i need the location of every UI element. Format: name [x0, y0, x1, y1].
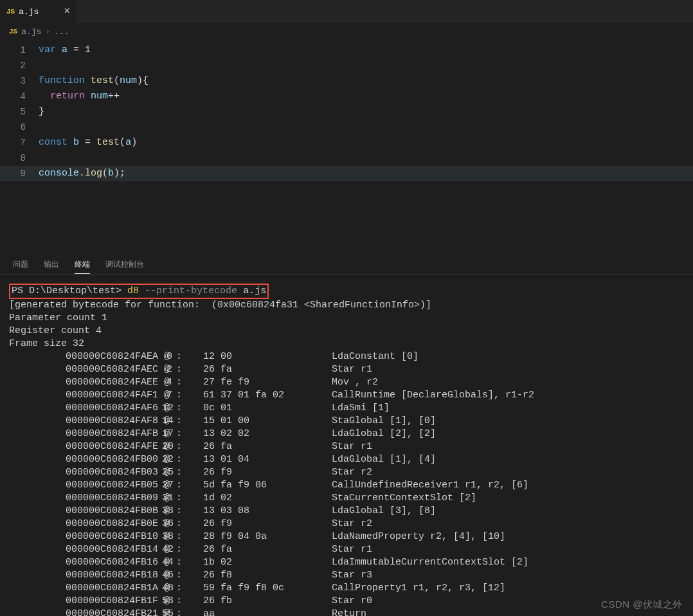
- line-number: 6: [0, 120, 39, 135]
- bytecode-row: 000000C60824FAFB @17: 13 02 02LdaGlobal …: [9, 428, 687, 440]
- bytecode-row: 000000C60824FB1A @48: 59 fa f9 f8 0cCall…: [9, 582, 687, 595]
- line-number: 3: [0, 73, 39, 89]
- js-icon: JS: [9, 28, 17, 35]
- panel-tab-调试控制台[interactable]: 调试控制台: [105, 259, 144, 274]
- line-number: 1: [0, 42, 39, 58]
- code-editor[interactable]: 1var a = 123function test(num){4 return …: [0, 40, 693, 184]
- line-number: 5: [0, 104, 39, 120]
- bytecode-row: 000000C60824FAF1 @7: 61 37 01 fa 02CallR…: [9, 389, 687, 402]
- code-line[interactable]: 8: [0, 150, 693, 166]
- code-line[interactable]: 1var a = 1: [0, 42, 693, 58]
- bottom-panel: 问题输出终端调试控制台 PS D:\Desktop\test> d8 --pri…: [0, 254, 693, 616]
- terminal-output[interactable]: PS D:\Desktop\test> d8 --print-bytecode …: [0, 275, 693, 616]
- code-line[interactable]: 3function test(num){: [0, 73, 693, 89]
- code-line[interactable]: 2: [0, 58, 693, 73]
- watermark: CSDN @伏城之外: [601, 599, 683, 611]
- chevron-right-icon: ›: [45, 27, 50, 37]
- bytecode-row: 000000C60824FB10 @38: 28 f9 04 0aLdaName…: [9, 530, 687, 543]
- bytecode-row: 000000C60824FAF8 @14: 15 01 00StaGlobal …: [9, 415, 687, 428]
- line-number: 8: [0, 150, 39, 166]
- code-line[interactable]: 6: [0, 120, 693, 135]
- code-content[interactable]: function test(num){: [39, 73, 148, 89]
- bytecode-row: 000000C60824FAEE @4: 27 fe f9Mov , r2: [9, 376, 687, 389]
- code-line[interactable]: 9console.log(b);: [0, 166, 693, 181]
- bytecode-row: 000000C60824FB1F @53: 26 fbStar r0: [9, 595, 687, 608]
- code-line[interactable]: 4 return num++: [0, 89, 693, 104]
- tab-label: a.js: [19, 7, 39, 17]
- code-content[interactable]: console.log(b);: [39, 166, 125, 181]
- terminal-line: [generated bytecode for function: (0x00c…: [9, 299, 687, 312]
- terminal-line: Frame size 32: [9, 338, 687, 350]
- code-content[interactable]: var a = 1: [39, 42, 91, 58]
- bytecode-row: 000000C60824FB0B @33: 13 03 08LdaGlobal …: [9, 505, 687, 518]
- bytecode-row: 000000C60824FB05 @27: 5d fa f9 06CallUnd…: [9, 479, 687, 492]
- bytecode-row: 000000C60824FB18 @46: 26 f8Star r3: [9, 569, 687, 582]
- line-number: 4: [0, 89, 39, 104]
- code-content[interactable]: }: [39, 104, 44, 120]
- bytecode-row: 000000C60824FB09 @31: 1d 02StaCurrentCon…: [9, 492, 687, 505]
- bytecode-row: 000000C60824FB14 @42: 26 faStar r1: [9, 543, 687, 556]
- breadcrumb-file: a.js: [21, 27, 41, 37]
- bytecode-row: 000000C60824FB03 @25: 26 f9Star r2: [9, 466, 687, 479]
- code-content[interactable]: const b = test(a): [39, 135, 137, 150]
- line-number: 2: [0, 58, 39, 73]
- code-line[interactable]: 5}: [0, 104, 693, 120]
- bytecode-row: 000000C60824FAF6 @12: 0c 01LdaSmi [1]: [9, 402, 687, 415]
- tab-a-js[interactable]: JS a.js ×: [0, 0, 77, 23]
- breadcrumb-tail: ...: [54, 27, 69, 37]
- terminal-line: Parameter count 1: [9, 312, 687, 325]
- command-highlight-box: PS D:\Desktop\test> d8 --print-bytecode …: [9, 284, 269, 299]
- panel-tabs: 问题输出终端调试控制台: [0, 254, 693, 275]
- bytecode-row: 000000C60824FB21 @55: aaReturn: [9, 608, 687, 616]
- js-icon: JS: [6, 8, 15, 15]
- line-number: 7: [0, 135, 39, 150]
- bytecode-row: 000000C60824FAEC @2: 26 faStar r1: [9, 363, 687, 376]
- code-line[interactable]: 7const b = test(a): [0, 135, 693, 150]
- bytecode-row: 000000C60824FB0E @36: 26 f9Star r2: [9, 518, 687, 530]
- bytecode-row: 000000C60824FAFE @20: 26 faStar r1: [9, 440, 687, 453]
- panel-tab-输出[interactable]: 输出: [44, 259, 59, 274]
- panel-tab-问题[interactable]: 问题: [13, 259, 28, 274]
- bytecode-row: 000000C60824FAEA @0: 12 00LdaConstant [0…: [9, 350, 687, 363]
- tab-bar: JS a.js ×: [0, 0, 693, 23]
- bytecode-row: 000000C60824FB16 @44: 1b 02LdaImmutableC…: [9, 556, 687, 569]
- panel-tab-终端[interactable]: 终端: [75, 259, 90, 274]
- terminal-line: Register count 4: [9, 325, 687, 338]
- line-number: 9: [0, 166, 39, 181]
- breadcrumb[interactable]: JS a.js › ...: [0, 23, 693, 40]
- bytecode-row: 000000C60824FB00 @22: 13 01 04LdaGlobal …: [9, 453, 687, 466]
- close-icon[interactable]: ×: [64, 6, 70, 17]
- code-content[interactable]: return num++: [39, 89, 120, 104]
